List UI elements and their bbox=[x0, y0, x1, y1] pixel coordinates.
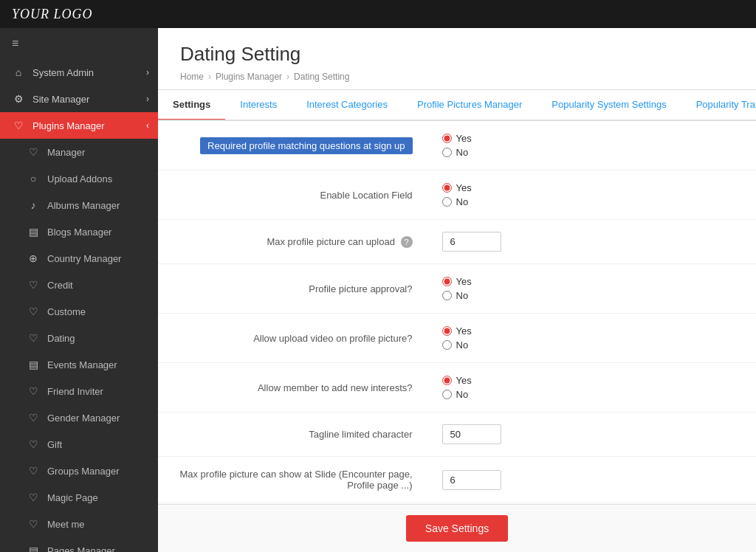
sidebar-toggle[interactable]: ≡ bbox=[0, 28, 158, 59]
sidebar-label-events-manager: Events Manager bbox=[47, 359, 117, 370]
tab-interest-categories[interactable]: Interest Categories bbox=[292, 90, 402, 121]
table-row: Enable Location Field Yes No bbox=[158, 170, 756, 220]
arrow-icon-site: › bbox=[146, 94, 149, 104]
page-title: Dating Setting bbox=[180, 43, 734, 66]
sidebar-item-albums-manager[interactable]: ♪ Albums Manager bbox=[0, 192, 158, 218]
radio-input-yes-location[interactable] bbox=[442, 183, 452, 193]
setting-value-max-profile-picture bbox=[427, 220, 757, 264]
radio-yes-interests[interactable]: Yes bbox=[442, 375, 742, 386]
sidebar-item-site-manager[interactable]: ⚙ Site Manager › bbox=[0, 86, 158, 112]
setting-value-profile-picture-approval: Yes No bbox=[427, 264, 757, 314]
tab-interests[interactable]: Interests bbox=[225, 90, 292, 121]
breadcrumb-sep2: › bbox=[286, 72, 289, 82]
magic-page-icon: ♡ bbox=[27, 491, 40, 503]
sidebar-item-manager[interactable]: ♡ Manager bbox=[0, 139, 158, 165]
radio-input-yes-approval[interactable] bbox=[442, 277, 452, 286]
setting-label-allow-member-interests: Allow member to add new interests? bbox=[158, 363, 427, 413]
blogs-manager-icon: ▤ bbox=[27, 226, 40, 238]
tab-profile-pictures-manager[interactable]: Profile Pictures Manager bbox=[402, 90, 537, 121]
plugins-manager-icon: ♡ bbox=[12, 120, 25, 131]
max-profile-picture-input[interactable] bbox=[442, 232, 501, 252]
sidebar-item-gift[interactable]: ♡ Gift bbox=[0, 431, 158, 458]
main-layout: ≡ ⌂ System Admin › ⚙ Site Manager › ♡ Pl… bbox=[0, 28, 756, 552]
radio-no-location[interactable]: No bbox=[442, 196, 742, 207]
breadcrumb-home[interactable]: Home bbox=[180, 72, 204, 82]
breadcrumb-current: Dating Setting bbox=[294, 72, 349, 82]
radio-input-no-interests[interactable] bbox=[442, 390, 452, 399]
radio-no-required[interactable]: No bbox=[442, 147, 742, 158]
gender-manager-icon: ♡ bbox=[27, 412, 40, 424]
sidebar-item-friend-inviter[interactable]: ♡ Friend Inviter bbox=[0, 378, 158, 404]
sidebar-item-country-manager[interactable]: ⊕ Country Manager bbox=[0, 245, 158, 272]
breadcrumb: Home › Plugins Manager › Dating Setting bbox=[180, 72, 734, 82]
help-icon[interactable]: ? bbox=[401, 236, 413, 248]
tab-settings[interactable]: Settings bbox=[158, 90, 225, 121]
sidebar-label-friend-inviter: Friend Inviter bbox=[47, 386, 103, 397]
radio-no-approval[interactable]: No bbox=[442, 290, 742, 301]
breadcrumb-sep1: › bbox=[208, 72, 211, 82]
sidebar-item-credit[interactable]: ♡ Credit bbox=[0, 272, 158, 298]
radio-yes-required[interactable]: Yes bbox=[442, 133, 742, 144]
sidebar-item-blogs-manager[interactable]: ▤ Blogs Manager bbox=[0, 218, 158, 245]
table-row: Profile picture approval? Yes No bbox=[158, 264, 756, 314]
table-row: Required profile matching questions at s… bbox=[158, 121, 756, 170]
radio-yes-location[interactable]: Yes bbox=[442, 182, 742, 193]
sidebar-item-dating[interactable]: ♡ Dating bbox=[0, 325, 158, 351]
manager-icon: ♡ bbox=[27, 146, 40, 158]
content-header: Dating Setting Home › Plugins Manager › … bbox=[158, 28, 756, 90]
sidebar-item-gender-manager[interactable]: ♡ Gender Manager bbox=[0, 404, 158, 431]
setting-label-allow-upload-video: Allow upload video on profile picture? bbox=[158, 314, 427, 363]
radio-input-yes[interactable] bbox=[442, 134, 452, 143]
save-settings-button[interactable]: Save Settings bbox=[406, 515, 508, 542]
radio-input-no-video[interactable] bbox=[442, 340, 452, 350]
sidebar-label-site-manager: Site Manager bbox=[32, 94, 89, 105]
radio-input-no-approval[interactable] bbox=[442, 291, 452, 300]
radio-input-yes-video[interactable] bbox=[442, 326, 452, 336]
breadcrumb-plugins[interactable]: Plugins Manager bbox=[216, 72, 282, 82]
sidebar-item-upload-addons[interactable]: ○ Upload Addons bbox=[0, 165, 158, 192]
logo: Your logo bbox=[12, 7, 93, 22]
sidebar-item-plugins-manager[interactable]: ♡ Plugins Manager ‹ bbox=[0, 112, 158, 139]
table-row: Allow upload video on profile picture? Y… bbox=[158, 314, 756, 363]
radio-group: Yes No bbox=[442, 182, 742, 207]
radio-group: Yes No bbox=[442, 133, 742, 158]
footer-bar: Save Settings bbox=[158, 504, 756, 552]
sidebar-item-groups-manager[interactable]: ♡ Groups Manager bbox=[0, 458, 158, 484]
radio-input-no-location[interactable] bbox=[442, 197, 452, 207]
radio-yes-approval[interactable]: Yes bbox=[442, 276, 742, 287]
settings-table: Required profile matching questions at s… bbox=[158, 121, 756, 503]
sidebar-item-pages-manager[interactable]: ▤ Pages Manager bbox=[0, 537, 158, 552]
highlighted-label: Required profile matching questions at s… bbox=[200, 137, 412, 154]
friend-inviter-icon: ♡ bbox=[27, 385, 40, 397]
label-text: Max profile picture can upload bbox=[267, 236, 394, 247]
table-row: Max profile picture can upload ? bbox=[158, 220, 756, 264]
radio-no-video[interactable]: No bbox=[442, 339, 742, 351]
sidebar-item-magic-page[interactable]: ♡ Magic Page bbox=[0, 484, 158, 511]
sidebar-label-custome: Custome bbox=[47, 306, 86, 317]
radio-no-interests[interactable]: No bbox=[442, 389, 742, 400]
setting-label-max-profile-picture: Max profile picture can upload ? bbox=[158, 220, 427, 264]
table-row: Tagline limited character bbox=[158, 413, 756, 457]
sidebar-label-groups-manager: Groups Manager bbox=[47, 466, 120, 477]
sidebar-label-manager: Manager bbox=[47, 147, 85, 158]
radio-input-no[interactable] bbox=[442, 148, 452, 157]
sidebar-item-system-admin[interactable]: ⌂ System Admin › bbox=[0, 59, 158, 86]
sidebar-label-credit: Credit bbox=[47, 280, 73, 291]
site-manager-icon: ⚙ bbox=[12, 93, 25, 105]
tagline-input[interactable] bbox=[442, 424, 501, 444]
max-profile-slide-input[interactable] bbox=[442, 470, 501, 490]
upload-addons-icon: ○ bbox=[27, 173, 40, 184]
tab-popularity-system-settings[interactable]: Popularity System Settings bbox=[537, 90, 681, 121]
sidebar-item-custome[interactable]: ♡ Custome bbox=[0, 298, 158, 325]
radio-group: Yes No bbox=[442, 375, 742, 400]
radio-yes-video[interactable]: Yes bbox=[442, 325, 742, 337]
radio-group: Yes No bbox=[442, 276, 742, 301]
sidebar-item-meet-me[interactable]: ♡ Meet me bbox=[0, 511, 158, 537]
radio-input-yes-interests[interactable] bbox=[442, 376, 452, 385]
sidebar-label-meet-me: Meet me bbox=[47, 519, 85, 530]
sidebar-item-events-manager[interactable]: ▤ Events Manager bbox=[0, 351, 158, 378]
custome-icon: ♡ bbox=[27, 306, 40, 317]
setting-value-tagline bbox=[427, 413, 757, 457]
tabs-bar: Settings Interests Interest Categories P… bbox=[158, 90, 756, 121]
tab-popularity-transactions[interactable]: Popularity Transactions bbox=[681, 90, 756, 121]
